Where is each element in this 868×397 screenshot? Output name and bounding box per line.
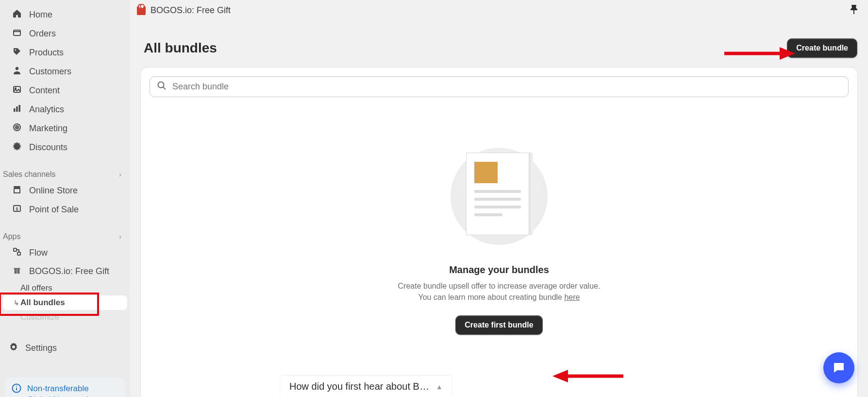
apps-header[interactable]: Apps › (0, 228, 130, 244)
page-header: All bundles Create bundle (130, 19, 868, 68)
gift-icon (137, 6, 146, 15)
svg-rect-0 (14, 30, 20, 35)
svg-text:$: $ (16, 207, 18, 211)
empty-title: Manage your bundles (449, 264, 549, 276)
sub-item-label: Customize (20, 312, 59, 322)
sidebar-item-marketing[interactable]: Marketing (3, 120, 127, 138)
svg-rect-11 (14, 189, 20, 193)
sidebar-item-orders[interactable]: Orders (3, 25, 127, 43)
sub-item-label: All bundles (20, 298, 65, 308)
sub-arrow-icon: ↳ (14, 299, 19, 307)
empty-state: Manage your bundles Create bundle upsell… (150, 97, 849, 385)
preview-line1: Non-transferable (27, 383, 99, 395)
annotation-arrow-top (722, 47, 795, 60)
info-icon (12, 383, 21, 396)
svg-line-27 (163, 87, 166, 89)
content-icon (12, 85, 22, 97)
svg-point-2 (16, 67, 18, 70)
prompt-text: How did you first hear about B… (289, 381, 429, 392)
chat-icon (832, 361, 846, 375)
svg-rect-17 (17, 269, 19, 274)
search-icon (157, 81, 167, 93)
customers-icon (12, 66, 22, 78)
pos-icon: $ (12, 204, 22, 216)
svg-rect-16 (15, 269, 17, 274)
sidebar-item-label: Discounts (29, 142, 67, 153)
pin-icon[interactable] (850, 4, 858, 17)
sidebar-item-discounts[interactable]: Discounts (3, 138, 127, 156)
sidebar-item-analytics[interactable]: Analytics (3, 101, 127, 119)
bogos-icon (12, 266, 22, 277)
sidebar-item-label: Analytics (29, 104, 64, 115)
sidebar-item-content[interactable]: Content (3, 82, 127, 100)
topbar: BOGOS.io: Free Gift (130, 0, 868, 19)
preview-banner: Non-transferable Global Nav preview (5, 378, 125, 397)
svg-rect-5 (14, 108, 16, 112)
triangle-up-icon: ▲ (436, 383, 443, 391)
svg-marker-28 (552, 370, 568, 382)
store-icon (12, 185, 22, 197)
svg-rect-7 (18, 105, 20, 112)
gear-icon (9, 342, 18, 354)
sidebar-item-customers[interactable]: Customers (3, 63, 127, 81)
sub-item-all-offers[interactable]: All offers (0, 281, 130, 295)
section-label: Apps (3, 232, 20, 241)
annotation-arrow-center (552, 370, 625, 382)
section-label: Sales channels (3, 170, 56, 179)
svg-point-22 (16, 386, 17, 387)
empty-description: Create bundle upsell offer to increase a… (398, 280, 601, 303)
create-bundle-button[interactable]: Create bundle (787, 38, 857, 58)
sidebar-item-label: Home (29, 10, 52, 20)
sidebar-item-bogos[interactable]: BOGOS.io: Free Gift (3, 263, 127, 280)
sales-channels-header[interactable]: Sales channels › (0, 166, 130, 182)
discounts-icon (12, 141, 22, 154)
sidebar-item-label: Online Store (29, 186, 78, 196)
analytics-icon (12, 104, 22, 116)
flow-icon (12, 247, 22, 259)
sidebar-item-pos[interactable]: $ Point of Sale (3, 201, 127, 219)
sidebar-item-home[interactable]: Home (3, 6, 127, 24)
preview-link[interactable]: Global Nav (27, 395, 68, 397)
sidebar-item-label: Point of Sale (29, 205, 79, 215)
search-bundle[interactable] (150, 76, 849, 97)
sidebar-item-products[interactable]: Products (3, 44, 127, 62)
svg-rect-14 (14, 248, 17, 251)
sidebar: Home Orders Products Customers Content (0, 0, 130, 397)
sub-item-all-bundles[interactable]: ↳ All bundles (3, 295, 127, 310)
chevron-right-icon: › (119, 171, 121, 178)
app-title: BOGOS.io: Free Gift (150, 5, 231, 16)
svg-point-26 (158, 82, 164, 88)
sidebar-item-label: Products (29, 48, 64, 58)
create-first-bundle-button[interactable]: Create first bundle (455, 315, 542, 335)
settings-label: Settings (25, 343, 57, 353)
survey-prompt[interactable]: How did you first hear about B… ▲ (281, 376, 451, 397)
marketing-icon (12, 122, 22, 135)
learn-more-link[interactable]: here (564, 293, 580, 301)
sidebar-item-label: Marketing (29, 123, 67, 134)
main-area: BOGOS.io: Free Gift All bundles Create b… (130, 0, 868, 397)
sidebar-item-label: Orders (29, 29, 56, 39)
svg-rect-18 (14, 268, 20, 270)
svg-rect-15 (17, 252, 20, 255)
svg-point-10 (17, 127, 17, 128)
sub-item-customize[interactable]: Customize (0, 310, 130, 325)
orders-icon (12, 28, 22, 40)
sidebar-item-label: BOGOS.io: Free Gift (29, 266, 109, 276)
sidebar-item-online-store[interactable]: Online Store (3, 182, 127, 200)
svg-point-1 (15, 50, 17, 51)
sidebar-item-label: Customers (29, 67, 71, 77)
content-card: Manage your bundles Create bundle upsell… (141, 68, 857, 397)
products-icon (12, 47, 22, 59)
sidebar-item-flow[interactable]: Flow (3, 244, 127, 262)
sidebar-item-settings[interactable]: Settings (0, 338, 130, 358)
svg-rect-23 (853, 10, 854, 14)
sub-item-label: All offers (20, 283, 52, 293)
search-input[interactable] (172, 82, 841, 92)
sidebar-scroll[interactable]: Home Orders Products Customers Content (0, 0, 130, 397)
sidebar-item-label: Flow (29, 248, 48, 258)
chevron-right-icon: › (119, 233, 121, 241)
svg-point-19 (12, 345, 15, 348)
svg-rect-6 (16, 106, 18, 112)
chat-fab[interactable] (823, 352, 854, 383)
sidebar-item-label: Content (29, 86, 60, 96)
